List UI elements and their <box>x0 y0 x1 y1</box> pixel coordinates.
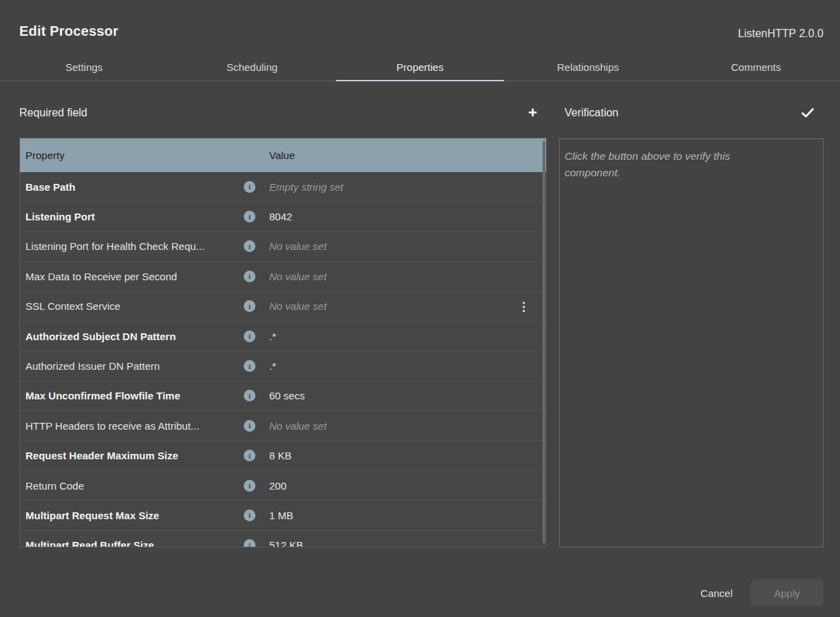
property-value[interactable]: No value set <box>269 240 326 252</box>
tab-label: Properties <box>397 61 443 73</box>
property-value[interactable]: 8 KB <box>269 450 292 461</box>
info-icon[interactable]: i <box>244 331 255 342</box>
verification-message: Click the button above to verify this co… <box>565 148 775 181</box>
check-icon <box>801 108 814 118</box>
tab-label: Settings <box>65 61 103 73</box>
info-icon[interactable]: i <box>244 450 255 461</box>
property-value[interactable]: No value set <box>269 271 326 282</box>
tab-settings[interactable]: Settings <box>0 54 168 81</box>
table-row[interactable]: Max Unconfirmed Flowfile Time i 60 secs … <box>20 381 546 411</box>
table-row[interactable]: Return Code i 200 ⋮ <box>20 471 546 501</box>
table-row[interactable]: Authorized Issuer DN Pattern i .* ⋮ <box>20 351 546 381</box>
property-value[interactable]: Empty string set <box>269 181 344 193</box>
table-row[interactable]: SSL Context Service i No value set ⋮ <box>20 292 546 322</box>
property-name: Max Unconfirmed Flowfile Time <box>25 390 244 401</box>
property-value[interactable]: 8042 <box>269 211 292 222</box>
table-header-row: Property Value <box>20 138 546 172</box>
property-value[interactable]: No value set <box>269 300 326 312</box>
verification-label: Verification <box>565 107 618 119</box>
property-value[interactable]: 60 secs <box>269 390 305 401</box>
table-row[interactable]: Multipart Request Max Size i 1 MB ⋮ <box>20 501 546 530</box>
tab-relationships[interactable]: Relationships <box>504 54 672 81</box>
tab-label: Scheduling <box>227 61 277 73</box>
verification-panel: Click the button above to verify this co… <box>559 138 823 547</box>
column-header-property: Property <box>25 149 244 161</box>
info-icon[interactable]: i <box>244 480 255 492</box>
tab-scheduling[interactable]: Scheduling <box>168 54 336 81</box>
property-name: Request Header Maximum Size <box>25 450 244 461</box>
table-row[interactable]: Max Data to Receive per Second i No valu… <box>20 262 546 291</box>
info-icon[interactable]: i <box>244 539 255 547</box>
info-icon[interactable]: i <box>244 360 255 372</box>
info-icon[interactable]: i <box>244 211 255 222</box>
edit-processor-dialog: Edit Processor ListenHTTP 2.0.0 Settings… <box>0 0 840 617</box>
table-scrollbar-thumb[interactable] <box>543 140 545 543</box>
info-icon[interactable]: i <box>244 240 255 252</box>
add-property-button[interactable]: + <box>528 105 547 121</box>
info-icon[interactable]: i <box>244 181 255 193</box>
property-value[interactable]: 1 MB <box>269 510 293 521</box>
table-row[interactable]: Authorized Subject DN Pattern i .* ⋮ <box>20 322 546 351</box>
tab-comments[interactable]: Comments <box>672 54 840 81</box>
table-body: Base Path i Empty string set ⋮ Listening… <box>20 172 546 547</box>
dialog-actions: Cancel Apply <box>697 580 823 606</box>
property-name: Multipart Request Max Size <box>25 510 244 521</box>
verify-button[interactable] <box>801 108 823 118</box>
tab-label: Relationships <box>557 61 619 73</box>
property-value[interactable]: .* <box>269 331 276 342</box>
tab-properties[interactable]: Properties <box>336 54 504 81</box>
verification-section-header: Verification <box>565 96 823 129</box>
property-name: Listening Port <box>25 211 244 222</box>
info-icon[interactable]: i <box>244 390 255 401</box>
info-icon[interactable]: i <box>244 271 255 282</box>
column-header-value: Value <box>269 149 295 161</box>
table-row[interactable]: Listening Port for Health Check Requ... … <box>20 232 546 262</box>
property-name: Authorized Issuer DN Pattern <box>25 360 244 372</box>
property-value[interactable]: No value set <box>269 420 326 432</box>
required-field-label: Required field <box>19 107 87 119</box>
cancel-button[interactable]: Cancel <box>697 587 735 599</box>
info-icon[interactable]: i <box>244 420 255 432</box>
property-value[interactable]: 512 KB <box>269 539 303 547</box>
info-icon[interactable]: i <box>244 300 255 312</box>
property-name: Return Code <box>25 480 244 492</box>
property-name: Max Data to Receive per Second <box>25 271 244 282</box>
property-name: Multipart Read Buffer Size <box>25 539 244 547</box>
property-name: Listening Port for Health Check Requ... <box>25 240 244 252</box>
processor-type-version: ListenHTTP 2.0.0 <box>738 28 823 40</box>
property-name: HTTP Headers to receive as Attribut... <box>25 420 244 432</box>
properties-table: Property Value Base Path i Empty string … <box>19 138 547 547</box>
table-row[interactable]: Multipart Read Buffer Size i 512 KB ⋮ <box>20 531 546 547</box>
info-icon[interactable]: i <box>244 510 255 521</box>
tab-label: Comments <box>731 61 781 73</box>
apply-button[interactable]: Apply <box>750 580 823 606</box>
property-name: SSL Context Service <box>25 300 244 312</box>
table-row[interactable]: HTTP Headers to receive as Attribut... i… <box>20 411 546 441</box>
plus-icon: + <box>528 105 537 121</box>
property-value[interactable]: .* <box>269 360 276 372</box>
properties-section-header: Required field + <box>19 96 547 129</box>
property-name: Authorized Subject DN Pattern <box>25 331 244 342</box>
tab-bar: Settings Scheduling Properties Relations… <box>0 54 840 81</box>
table-row[interactable]: Listening Port i 8042 ⋮ <box>20 202 546 231</box>
property-name: Base Path <box>25 181 244 193</box>
property-value[interactable]: 200 <box>269 480 286 492</box>
dialog-title: Edit Processor <box>19 23 118 39</box>
table-row[interactable]: Base Path i Empty string set ⋮ <box>20 172 546 202</box>
more-options-icon[interactable]: ⋮ <box>518 300 529 312</box>
table-row[interactable]: Request Header Maximum Size i 8 KB ⋮ <box>20 441 546 471</box>
